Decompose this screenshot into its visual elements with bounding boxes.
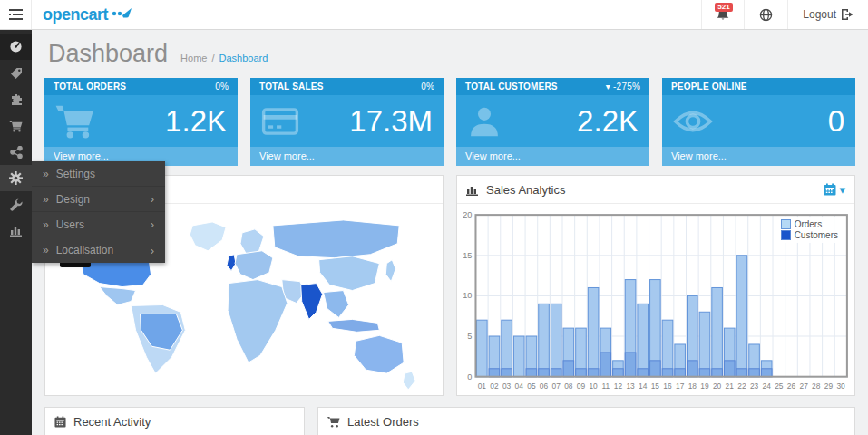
tile-percent: 0% (215, 82, 229, 92)
chart-range-dropdown[interactable]: ▾ (824, 183, 845, 197)
notifications-button[interactable]: 521 (701, 0, 744, 29)
svg-text:5: 5 (467, 332, 472, 341)
bottom-panels: Recent Activity Latest Orders (44, 407, 855, 435)
sidebar-item-reports[interactable] (0, 218, 32, 244)
map-europe (235, 251, 273, 280)
svg-text:21: 21 (726, 382, 735, 391)
tile-label: TOTAL SALES (259, 82, 324, 92)
shopping-cart-icon (9, 120, 23, 132)
svg-text:24: 24 (763, 382, 772, 391)
svg-text:17: 17 (676, 382, 685, 391)
sidebar-item-sales[interactable] (0, 112, 32, 139)
double-angle-icon: » (43, 193, 49, 206)
map-uk (227, 255, 236, 271)
share-icon (10, 146, 23, 159)
menu-item-localisation[interactable]: » Localisation › (32, 237, 165, 263)
wrench-icon (10, 198, 23, 211)
map-greenland (190, 222, 226, 251)
sidebar-item-extensions[interactable] (0, 86, 32, 112)
sidebar-item-dashboard[interactable] (0, 34, 32, 60)
user-icon (467, 104, 502, 139)
gear-icon (9, 171, 23, 185)
cart-swoosh-icon (112, 8, 132, 21)
sales-analytics-panel: Sales Analytics ▾ 0510152001020304050607… (456, 175, 855, 396)
breadcrumb-home[interactable]: Home (180, 53, 207, 63)
sidebar-nav (0, 30, 32, 435)
svg-text:18: 18 (688, 382, 697, 391)
system-flyout-menu: » Settings » Design › » Users › » Locali… (32, 161, 165, 263)
svg-text:15: 15 (651, 382, 660, 391)
view-more-link[interactable]: View more... (662, 147, 855, 166)
svg-text:13: 13 (626, 382, 635, 391)
svg-text:10: 10 (463, 291, 472, 300)
menu-item-label: Settings (56, 168, 95, 180)
breadcrumb: Home / Dashboard (180, 53, 268, 63)
svg-text:29: 29 (824, 382, 834, 391)
tile-value: 0 (828, 104, 844, 139)
svg-text:19: 19 (700, 382, 709, 391)
menu-item-label: Users (56, 218, 84, 231)
tile-value: 1.2K (165, 104, 227, 139)
svg-text:20: 20 (713, 382, 722, 391)
svg-text:16: 16 (663, 382, 672, 391)
legend-entry: Customers (781, 230, 838, 240)
menu-item-users[interactable]: » Users › (32, 212, 165, 237)
sign-out-icon (842, 9, 853, 20)
language-button[interactable] (744, 0, 787, 29)
sidebar-item-catalog[interactable] (0, 60, 32, 86)
caret-down-icon: ▾ (839, 183, 845, 197)
svg-text:10: 10 (589, 382, 598, 391)
double-angle-icon: » (43, 218, 49, 231)
opencart-logo[interactable]: opencart (32, 0, 142, 29)
recent-activity-title: Recent Activity (73, 415, 151, 429)
sidebar-item-marketing[interactable] (0, 139, 32, 165)
breadcrumb-current[interactable]: Dashboard (219, 53, 268, 63)
svg-text:11: 11 (601, 382, 610, 391)
dashboard-panels: Sales Analytics ▾ 0510152001020304050607… (44, 175, 855, 396)
logout-label: Logout (803, 8, 836, 21)
sales-analytics-title: Sales Analytics (486, 183, 565, 197)
shopping-cart-icon (327, 416, 340, 428)
tile-total-orders: TOTAL ORDERS0% 1.2K View more... (44, 78, 238, 166)
menu-item-label: Design (56, 193, 90, 206)
top-bar: opencart 521 Logout (0, 0, 868, 30)
hamburger-icon (9, 9, 23, 20)
caret-down-icon: ▾ (606, 82, 610, 92)
map-india (301, 284, 323, 320)
stat-tiles: TOTAL ORDERS0% 1.2K View more... TOTAL S… (44, 78, 855, 166)
svg-text:20: 20 (463, 210, 472, 219)
view-more-link[interactable]: View more... (250, 147, 444, 166)
tile-people-online: PEOPLE ONLINE 0 View more... (662, 78, 855, 166)
map-australia (354, 335, 404, 373)
double-angle-icon: » (43, 244, 49, 256)
globe-icon (759, 8, 773, 22)
map-japan (385, 260, 395, 282)
menu-item-design[interactable]: » Design › (32, 187, 165, 212)
menu-item-label: Localisation (56, 244, 113, 256)
sidebar-item-tools[interactable] (0, 191, 32, 218)
svg-text:07: 07 (552, 382, 561, 391)
latest-orders-title: Latest Orders (347, 415, 419, 429)
sidebar-item-system[interactable] (0, 165, 32, 191)
map-mexico (100, 287, 136, 305)
calendar-icon (824, 183, 836, 196)
svg-text:27: 27 (799, 382, 808, 391)
tile-label: TOTAL CUSTOMERS (465, 82, 558, 92)
menu-item-settings[interactable]: » Settings (32, 161, 165, 187)
tile-percent: 0% (421, 82, 434, 92)
svg-text:01: 01 (478, 382, 487, 391)
logout-button[interactable]: Logout (787, 0, 868, 29)
credit-card-icon (261, 106, 299, 137)
svg-text:02: 02 (490, 382, 499, 391)
recent-activity-panel: Recent Activity (44, 407, 305, 435)
shopping-cart-icon (55, 103, 95, 140)
tile-label: TOTAL ORDERS (54, 82, 126, 92)
menu-toggle-button[interactable] (0, 0, 32, 29)
map-russia (273, 220, 399, 258)
view-more-link[interactable]: View more... (456, 147, 649, 166)
chart-legend: OrdersCustomers (777, 217, 842, 243)
double-angle-icon: » (43, 168, 49, 180)
bar-chart-icon (466, 184, 479, 196)
sales-analytics-header: Sales Analytics ▾ (457, 176, 854, 204)
svg-text:09: 09 (577, 382, 586, 391)
